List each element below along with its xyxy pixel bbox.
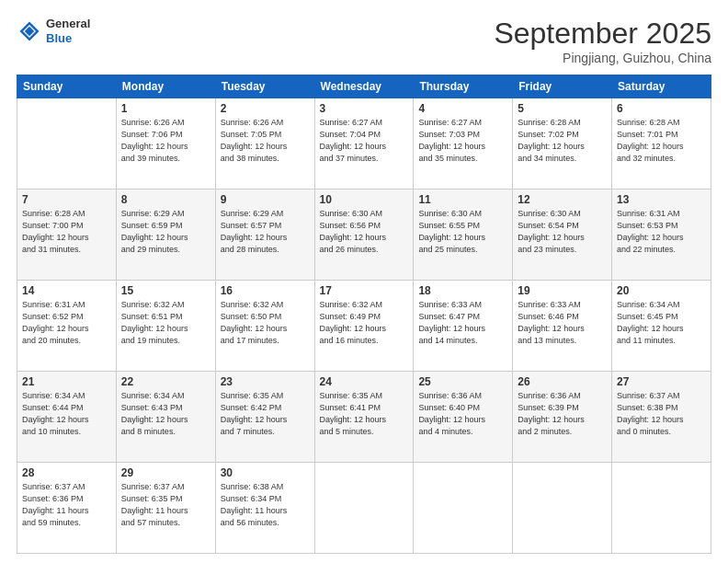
day-number: 11 <box>418 193 507 206</box>
calendar-cell: 24Sunrise: 6:35 AM Sunset: 6:41 PM Dayli… <box>314 372 414 463</box>
calendar-cell: 22Sunrise: 6:34 AM Sunset: 6:43 PM Dayli… <box>116 372 215 463</box>
day-info: Sunrise: 6:37 AM Sunset: 6:35 PM Dayligh… <box>121 481 210 529</box>
calendar-cell: 19Sunrise: 6:33 AM Sunset: 6:46 PM Dayli… <box>513 281 612 372</box>
weekday-header-friday: Friday <box>513 75 612 98</box>
page: General Blue September 2025 Pingjiang, G… <box>0 0 728 563</box>
logo-text: General Blue <box>46 17 90 45</box>
calendar-cell: 11Sunrise: 6:30 AM Sunset: 6:55 PM Dayli… <box>414 190 513 281</box>
weekday-header-saturday: Saturday <box>612 75 711 98</box>
day-number: 4 <box>418 102 507 115</box>
calendar-cell: 29Sunrise: 6:37 AM Sunset: 6:35 PM Dayli… <box>116 463 215 554</box>
calendar-cell: 25Sunrise: 6:36 AM Sunset: 6:40 PM Dayli… <box>414 372 513 463</box>
day-info: Sunrise: 6:36 AM Sunset: 6:40 PM Dayligh… <box>418 390 507 438</box>
calendar-cell: 16Sunrise: 6:32 AM Sunset: 6:50 PM Dayli… <box>215 281 314 372</box>
calendar-cell <box>17 98 117 190</box>
weekday-header-sunday: Sunday <box>17 75 117 98</box>
day-info: Sunrise: 6:30 AM Sunset: 6:55 PM Dayligh… <box>418 208 507 256</box>
day-info: Sunrise: 6:36 AM Sunset: 6:39 PM Dayligh… <box>518 390 607 438</box>
day-info: Sunrise: 6:30 AM Sunset: 6:54 PM Dayligh… <box>518 208 607 256</box>
day-number: 21 <box>22 375 111 388</box>
day-info: Sunrise: 6:27 AM Sunset: 7:04 PM Dayligh… <box>320 117 409 165</box>
day-number: 6 <box>617 102 706 115</box>
calendar-cell: 12Sunrise: 6:30 AM Sunset: 6:54 PM Dayli… <box>513 190 612 281</box>
day-number: 3 <box>320 102 409 115</box>
day-info: Sunrise: 6:33 AM Sunset: 6:47 PM Dayligh… <box>418 299 507 347</box>
day-info: Sunrise: 6:31 AM Sunset: 6:52 PM Dayligh… <box>22 299 111 347</box>
calendar-cell: 23Sunrise: 6:35 AM Sunset: 6:42 PM Dayli… <box>215 372 314 463</box>
day-info: Sunrise: 6:31 AM Sunset: 6:53 PM Dayligh… <box>617 208 706 256</box>
calendar-cell <box>314 463 414 554</box>
calendar-cell: 27Sunrise: 6:37 AM Sunset: 6:38 PM Dayli… <box>612 372 711 463</box>
calendar-week-row: 28Sunrise: 6:37 AM Sunset: 6:36 PM Dayli… <box>17 463 711 554</box>
day-number: 18 <box>418 284 507 297</box>
day-number: 26 <box>518 375 607 388</box>
day-number: 16 <box>221 284 310 297</box>
day-info: Sunrise: 6:27 AM Sunset: 7:03 PM Dayligh… <box>418 117 507 165</box>
calendar-cell: 3Sunrise: 6:27 AM Sunset: 7:04 PM Daylig… <box>314 98 414 190</box>
day-info: Sunrise: 6:29 AM Sunset: 6:57 PM Dayligh… <box>221 208 310 256</box>
day-number: 9 <box>221 193 310 206</box>
calendar-cell: 21Sunrise: 6:34 AM Sunset: 6:44 PM Dayli… <box>17 372 117 463</box>
day-number: 19 <box>518 284 607 297</box>
day-info: Sunrise: 6:32 AM Sunset: 6:49 PM Dayligh… <box>320 299 409 347</box>
day-info: Sunrise: 6:29 AM Sunset: 6:59 PM Dayligh… <box>121 208 210 256</box>
day-info: Sunrise: 6:34 AM Sunset: 6:43 PM Dayligh… <box>121 390 210 438</box>
calendar-cell: 2Sunrise: 6:26 AM Sunset: 7:05 PM Daylig… <box>215 98 314 190</box>
day-number: 1 <box>121 102 210 115</box>
day-info: Sunrise: 6:37 AM Sunset: 6:36 PM Dayligh… <box>22 481 111 529</box>
calendar-week-row: 1Sunrise: 6:26 AM Sunset: 7:06 PM Daylig… <box>17 98 711 190</box>
calendar-cell: 30Sunrise: 6:38 AM Sunset: 6:34 PM Dayli… <box>215 463 314 554</box>
calendar-week-row: 7Sunrise: 6:28 AM Sunset: 7:00 PM Daylig… <box>17 190 711 281</box>
calendar-cell <box>414 463 513 554</box>
calendar-cell: 18Sunrise: 6:33 AM Sunset: 6:47 PM Dayli… <box>414 281 513 372</box>
calendar-cell: 8Sunrise: 6:29 AM Sunset: 6:59 PM Daylig… <box>116 190 215 281</box>
calendar-cell: 15Sunrise: 6:32 AM Sunset: 6:51 PM Dayli… <box>116 281 215 372</box>
day-number: 2 <box>221 102 310 115</box>
calendar-week-row: 21Sunrise: 6:34 AM Sunset: 6:44 PM Dayli… <box>17 372 711 463</box>
calendar-cell: 14Sunrise: 6:31 AM Sunset: 6:52 PM Dayli… <box>17 281 117 372</box>
weekday-header-monday: Monday <box>116 75 215 98</box>
weekday-header-wednesday: Wednesday <box>314 75 414 98</box>
calendar-cell: 4Sunrise: 6:27 AM Sunset: 7:03 PM Daylig… <box>414 98 513 190</box>
day-info: Sunrise: 6:35 AM Sunset: 6:41 PM Dayligh… <box>320 390 409 438</box>
day-info: Sunrise: 6:32 AM Sunset: 6:50 PM Dayligh… <box>221 299 310 347</box>
day-number: 17 <box>320 284 409 297</box>
day-number: 25 <box>418 375 507 388</box>
day-number: 28 <box>22 466 111 479</box>
logo-general: General <box>46 17 90 31</box>
calendar-cell: 6Sunrise: 6:28 AM Sunset: 7:01 PM Daylig… <box>612 98 711 190</box>
day-number: 23 <box>221 375 310 388</box>
weekday-header-tuesday: Tuesday <box>215 75 314 98</box>
day-info: Sunrise: 6:32 AM Sunset: 6:51 PM Dayligh… <box>121 299 210 347</box>
logo-icon <box>17 18 42 44</box>
day-number: 15 <box>121 284 210 297</box>
logo-blue: Blue <box>46 31 90 46</box>
day-info: Sunrise: 6:34 AM Sunset: 6:44 PM Dayligh… <box>22 390 111 438</box>
calendar-table: SundayMondayTuesdayWednesdayThursdayFrid… <box>17 75 711 554</box>
day-number: 22 <box>121 375 210 388</box>
calendar-cell: 17Sunrise: 6:32 AM Sunset: 6:49 PM Dayli… <box>314 281 414 372</box>
day-number: 30 <box>221 466 310 479</box>
weekday-header-row: SundayMondayTuesdayWednesdayThursdayFrid… <box>17 75 711 98</box>
logo: General Blue <box>17 17 90 45</box>
calendar-week-row: 14Sunrise: 6:31 AM Sunset: 6:52 PM Dayli… <box>17 281 711 372</box>
day-info: Sunrise: 6:34 AM Sunset: 6:45 PM Dayligh… <box>617 299 706 347</box>
day-number: 5 <box>518 102 607 115</box>
day-info: Sunrise: 6:28 AM Sunset: 7:01 PM Dayligh… <box>617 117 706 165</box>
day-info: Sunrise: 6:28 AM Sunset: 7:00 PM Dayligh… <box>22 208 111 256</box>
calendar-cell: 26Sunrise: 6:36 AM Sunset: 6:39 PM Dayli… <box>513 372 612 463</box>
day-number: 13 <box>617 193 706 206</box>
day-info: Sunrise: 6:38 AM Sunset: 6:34 PM Dayligh… <box>221 481 310 529</box>
day-info: Sunrise: 6:26 AM Sunset: 7:06 PM Dayligh… <box>121 117 210 165</box>
calendar-cell: 20Sunrise: 6:34 AM Sunset: 6:45 PM Dayli… <box>612 281 711 372</box>
day-number: 8 <box>121 193 210 206</box>
header: General Blue September 2025 Pingjiang, G… <box>17 17 711 65</box>
calendar-cell: 10Sunrise: 6:30 AM Sunset: 6:56 PM Dayli… <box>314 190 414 281</box>
day-info: Sunrise: 6:33 AM Sunset: 6:46 PM Dayligh… <box>518 299 607 347</box>
calendar-cell <box>513 463 612 554</box>
day-info: Sunrise: 6:26 AM Sunset: 7:05 PM Dayligh… <box>221 117 310 165</box>
title-block: September 2025 Pingjiang, Guizhou, China <box>494 17 711 65</box>
calendar-cell <box>612 463 711 554</box>
calendar-cell: 5Sunrise: 6:28 AM Sunset: 7:02 PM Daylig… <box>513 98 612 190</box>
day-number: 14 <box>22 284 111 297</box>
